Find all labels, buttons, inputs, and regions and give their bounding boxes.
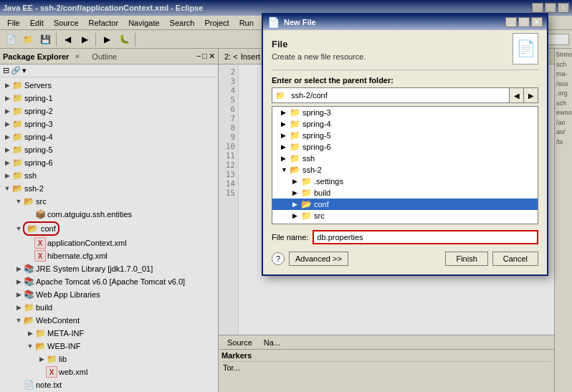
eclipse-window: Java EE - ssh-2/conf/applicationContext.… bbox=[0, 0, 572, 392]
modal-body: File Create a new file resource. 📄 Enter… bbox=[263, 30, 547, 274]
filename-label: File name: bbox=[272, 233, 308, 242]
path-nav-buttons: ◀ ▶ bbox=[509, 88, 538, 102]
modal-tree-webcontent[interactable]: ▶ 📁 WebContent bbox=[272, 221, 538, 224]
path-back-btn[interactable]: ◀ bbox=[509, 88, 523, 102]
tree-label: build bbox=[314, 188, 330, 197]
tree-label: .settings bbox=[314, 177, 343, 186]
folder-icon: 📁 bbox=[290, 130, 300, 140]
tree-arrow: ▶ bbox=[281, 109, 290, 116]
tree-label: ssh bbox=[302, 154, 315, 163]
modal-titlebar: 📄 New File _ □ ✕ bbox=[263, 14, 547, 30]
tree-arrow: ▶ bbox=[281, 120, 290, 128]
modal-tree-spring3[interactable]: ▶ 📁 spring-3 bbox=[272, 107, 538, 118]
cancel-button[interactable]: Cancel bbox=[492, 252, 538, 266]
modal-tree-conf[interactable]: ▶ 📂 conf bbox=[272, 199, 538, 210]
tree-label: spring-3 bbox=[302, 108, 331, 117]
parent-folder-label: Enter or select the parent folder: bbox=[272, 76, 538, 85]
folder-icon: 📁 bbox=[290, 107, 300, 118]
tree-arrow: ▶ bbox=[292, 201, 301, 208]
folder-icon: 📁 bbox=[290, 142, 300, 152]
filename-row: File name: bbox=[272, 230, 538, 244]
tree-arrow: ▶ bbox=[292, 178, 301, 185]
modal-tree-settings[interactable]: ▶ 📁 .settings bbox=[272, 176, 538, 187]
advanced-button[interactable]: Advanced >> bbox=[289, 252, 348, 266]
tree-arrow: ▶ bbox=[292, 189, 301, 196]
folder-icon: 📁 bbox=[301, 176, 312, 186]
modal-tree-ssh2[interactable]: ▼ 📂 ssh-2 bbox=[272, 164, 538, 176]
dialog-description: Create a new file resource. bbox=[272, 52, 538, 61]
filename-input[interactable] bbox=[313, 230, 538, 244]
modal-tree-build[interactable]: ▶ 📁 build bbox=[272, 187, 538, 199]
action-buttons: Finish Cancel bbox=[445, 252, 538, 266]
modal-tree-spring4[interactable]: ▶ 📁 spring-4 bbox=[272, 118, 538, 130]
modal-controls: _ □ ✕ bbox=[505, 17, 543, 27]
folder-icon: 📁 bbox=[301, 222, 312, 224]
modal-tree-spring6[interactable]: ▶ 📁 spring-6 bbox=[272, 141, 538, 153]
tree-arrow: ▶ bbox=[292, 224, 301, 224]
folder-icon: 📂 bbox=[301, 199, 312, 209]
modal-tree-src[interactable]: ▶ 📁 src bbox=[272, 210, 538, 221]
tree-arrow: ▶ bbox=[281, 132, 290, 139]
modal-close-btn[interactable]: ✕ bbox=[531, 17, 543, 27]
dialog-section-title: File bbox=[272, 39, 538, 49]
dialog-buttons: ? Advanced >> Finish Cancel bbox=[272, 252, 538, 266]
help-button[interactable]: ? bbox=[272, 252, 285, 265]
path-nav-icon: 📁 bbox=[272, 90, 288, 102]
path-input[interactable] bbox=[288, 90, 509, 101]
dialog-content: Enter or select the parent folder: 📁 ◀ ▶ bbox=[272, 70, 538, 266]
folder-tree[interactable]: ▶ 📁 spring-3 ▶ 📁 spring-4 ▶ 📁 s bbox=[272, 106, 538, 224]
document-icon: 📄 bbox=[513, 33, 538, 64]
tree-label: src bbox=[314, 211, 325, 220]
tree-arrow: ▼ bbox=[281, 166, 290, 173]
new-file-dialog: 📄 New File _ □ ✕ File Create a new file … bbox=[262, 13, 548, 276]
modal-maximize-btn[interactable]: □ bbox=[518, 17, 530, 27]
modal-tree-ssh[interactable]: ▶ 📁 ssh bbox=[272, 153, 538, 164]
tree-label: ssh-2 bbox=[302, 166, 322, 174]
path-bar: 📁 ◀ ▶ bbox=[272, 87, 538, 103]
tree-label: spring-4 bbox=[302, 120, 331, 128]
tree-label: WebContent bbox=[314, 223, 358, 224]
folder-icon: 📁 bbox=[301, 188, 312, 198]
folder-icon: 📁 bbox=[290, 153, 300, 163]
tree-label: spring-5 bbox=[302, 131, 331, 140]
tree-label: spring-6 bbox=[302, 143, 331, 151]
modal-title: 📄 New File bbox=[267, 16, 316, 28]
new-file-icon: 📄 bbox=[267, 16, 280, 28]
modal-title-text: New File bbox=[284, 18, 316, 27]
folder-icon: 📁 bbox=[301, 211, 312, 221]
tree-arrow: ▶ bbox=[281, 155, 290, 162]
finish-button[interactable]: Finish bbox=[445, 252, 487, 266]
left-buttons: ? Advanced >> bbox=[272, 252, 348, 266]
modal-tree-spring5[interactable]: ▶ 📁 spring-5 bbox=[272, 130, 538, 141]
folder-icon: 📁 bbox=[290, 119, 300, 129]
modal-minimize-btn[interactable]: _ bbox=[505, 17, 517, 27]
path-forward-btn[interactable]: ▶ bbox=[523, 88, 538, 102]
tree-arrow: ▶ bbox=[281, 143, 290, 150]
folder-icon: 📂 bbox=[290, 165, 300, 175]
tree-label: conf bbox=[314, 200, 329, 209]
tree-arrow: ▶ bbox=[292, 212, 301, 219]
